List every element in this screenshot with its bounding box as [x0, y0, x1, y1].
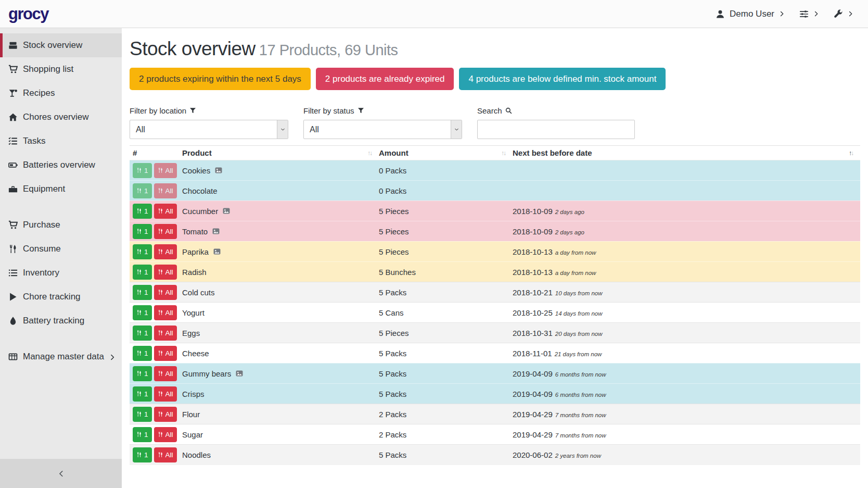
sidebar-item-equipment[interactable]: Equipment	[0, 177, 122, 201]
cocktail-icon	[8, 89, 18, 98]
cart-icon	[8, 65, 18, 74]
user-menu[interactable]: Demo User	[716, 9, 785, 19]
date-relative-note: 6 months from now	[555, 371, 606, 378]
status-filter-select[interactable]: All	[303, 120, 462, 139]
product-name: Cheese	[182, 349, 209, 358]
best-before-date: 2018-10-21	[513, 288, 553, 297]
column-header-next-best-before-date[interactable]: Next best before date↑↓	[513, 146, 860, 160]
user-icon	[716, 9, 725, 19]
table-row-cucumber: 1AllCucumber5 Pieces2018-10-092 days ago	[130, 201, 860, 221]
sidebar-item-tasks[interactable]: Tasks	[0, 129, 122, 153]
consume-all-button[interactable]: All	[154, 183, 177, 198]
table-body: 1AllCookies0 Packs1AllChocolate0 Packs1A…	[130, 160, 860, 465]
consume-all-button[interactable]: All	[154, 204, 177, 219]
admin-menu[interactable]	[834, 9, 853, 19]
utensils-icon	[136, 452, 142, 458]
alert-warning-button[interactable]: 2 products expiring within the next 5 da…	[130, 68, 311, 90]
table-row-cookies: 1AllCookies0 Packs	[130, 160, 860, 181]
consume-all-button[interactable]: All	[154, 346, 177, 361]
stock-alerts: 2 products expiring within the next 5 da…	[130, 68, 860, 90]
consume-one-button[interactable]: 1	[133, 204, 152, 219]
product-name: Sugar	[182, 430, 203, 439]
consume-all-button[interactable]: All	[154, 386, 177, 402]
consume-all-button[interactable]: All	[154, 163, 177, 178]
amount-value: 0 Packs	[379, 186, 406, 195]
table-row-eggs: 1AllEggs5 Pieces2018-10-3120 days from n…	[130, 323, 860, 343]
sidebar-item-shopping-list[interactable]: Shopping list	[0, 57, 122, 81]
chevron-right-icon	[813, 11, 819, 17]
consume-one-button[interactable]: 1	[133, 285, 152, 300]
sidebar-item-stock-overview[interactable]: Stock overview	[0, 33, 122, 57]
date-relative-note: 2 days ago	[555, 209, 584, 215]
date-relative-note: 10 days from now	[555, 290, 603, 296]
consume-one-button[interactable]: 1	[133, 326, 152, 341]
consume-one-button[interactable]: 1	[133, 163, 152, 178]
sidebar-item-consume[interactable]: Consume	[0, 237, 122, 261]
consume-one-button[interactable]: 1	[133, 183, 152, 198]
product-name: Eggs	[182, 329, 200, 337]
consume-all-button[interactable]: All	[154, 427, 177, 442]
toolbox-icon	[8, 184, 18, 194]
product-name: Cookies	[182, 166, 210, 175]
sidebar-item-manage-master-data[interactable]: Manage master data	[0, 345, 122, 369]
location-filter-label: Filter by location	[130, 106, 288, 115]
alert-danger-button[interactable]: 2 products are already expired	[316, 68, 454, 90]
sidebar-item-label: Tasks	[23, 136, 45, 146]
search-icon	[505, 107, 512, 114]
wrench-icon	[834, 9, 843, 19]
utensils-icon	[136, 187, 142, 194]
chevron-down-icon	[454, 127, 459, 132]
sidebar-item-inventory[interactable]: Inventory	[0, 261, 122, 285]
list-icon	[8, 268, 18, 278]
column-header-: #	[130, 146, 182, 160]
sidebar-item-purchase[interactable]: Purchase	[0, 213, 122, 237]
consume-one-button[interactable]: 1	[133, 244, 152, 259]
consume-one-button[interactable]: 1	[133, 305, 152, 320]
utensils-icon	[158, 228, 163, 234]
alert-info-button[interactable]: 4 products are below defined min. stock …	[459, 68, 666, 90]
sidebar-item-recipes[interactable]: Recipes	[0, 81, 122, 105]
consume-all-button[interactable]: All	[154, 265, 177, 280]
date-relative-note: a day from now	[555, 270, 596, 276]
product-name: Cucumber	[182, 207, 218, 216]
battery-icon	[8, 160, 18, 170]
product-name: Cold cuts	[182, 288, 215, 297]
utensils-icon	[158, 391, 163, 397]
consume-all-button[interactable]: All	[154, 244, 177, 259]
app-logo: grocy	[8, 5, 48, 23]
best-before-date: 2019-04-09	[513, 390, 553, 398]
sidebar-item-battery-tracking[interactable]: Battery tracking	[0, 309, 122, 333]
consume-one-button[interactable]: 1	[133, 346, 152, 361]
consume-one-button[interactable]: 1	[133, 386, 152, 402]
filters-bar: Filter by location All Filter by status …	[130, 106, 860, 139]
consume-one-button[interactable]: 1	[133, 265, 152, 280]
best-before-date: 2019-04-09	[513, 369, 553, 378]
consume-all-button[interactable]: All	[154, 224, 177, 239]
sidebar-item-label: Inventory	[23, 268, 59, 278]
date-relative-note: 7 months from now	[555, 412, 606, 418]
consume-all-button[interactable]: All	[154, 305, 177, 320]
settings-menu[interactable]	[799, 9, 819, 19]
consume-all-button[interactable]: All	[154, 366, 177, 381]
consume-one-button[interactable]: 1	[133, 447, 152, 462]
sidebar-item-batteries-overview[interactable]: Batteries overview	[0, 153, 122, 177]
column-header-amount[interactable]: Amount↑↓	[379, 146, 513, 160]
consume-all-button[interactable]: All	[154, 326, 177, 341]
sidebar-item-chore-tracking[interactable]: Chore tracking	[0, 285, 122, 309]
sidebar-collapse-button[interactable]	[0, 459, 122, 488]
search-input[interactable]	[477, 120, 635, 139]
consume-one-button[interactable]: 1	[133, 427, 152, 442]
consume-one-button[interactable]: 1	[133, 366, 152, 381]
location-filter-select[interactable]: All	[130, 120, 288, 139]
utensils-icon	[158, 370, 163, 377]
chevron-down-icon	[280, 127, 285, 132]
sidebar-item-chores-overview[interactable]: Chores overview	[0, 105, 122, 129]
consume-one-button[interactable]: 1	[133, 224, 152, 239]
consume-all-button[interactable]: All	[154, 285, 177, 300]
consume-all-button[interactable]: All	[154, 407, 177, 422]
column-header-product[interactable]: Product↑↓	[182, 146, 379, 160]
page-title-text: Stock overview	[130, 38, 256, 59]
consume-all-button[interactable]: All	[154, 447, 177, 462]
consume-one-button[interactable]: 1	[133, 407, 152, 422]
sliders-icon	[799, 9, 809, 19]
